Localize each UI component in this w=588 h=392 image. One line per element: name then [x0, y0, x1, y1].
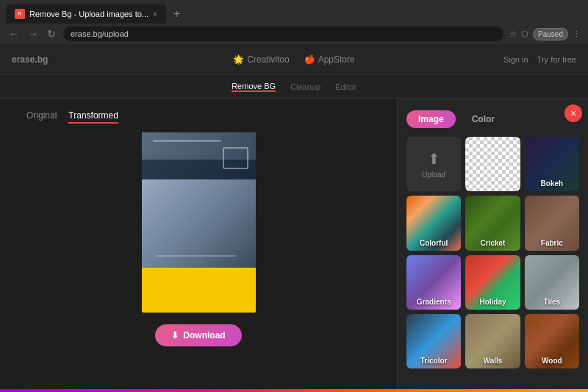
wood-label: Wood: [525, 357, 579, 365]
signin-link[interactable]: Sign in: [503, 55, 528, 64]
bg-item-colorful[interactable]: Colorful: [406, 196, 461, 250]
address-input[interactable]: [63, 26, 503, 41]
bg-colorful-preview: Colorful: [406, 196, 461, 250]
bg-item-bokeh[interactable]: Bokeh: [525, 137, 579, 191]
cricket-label: Cricket: [465, 239, 520, 247]
image-tabs: Original Transformed: [12, 110, 118, 124]
forward-button[interactable]: →: [26, 26, 40, 41]
app-container: erase.bg 🌟 Creativitoo 🍎 AppStore Sign i…: [0, 44, 588, 392]
new-tab-button[interactable]: +: [169, 6, 184, 22]
app-logo: erase.bg: [12, 54, 48, 65]
bg-item-holiday[interactable]: Holiday: [465, 255, 520, 310]
paused-badge: Paused: [533, 28, 568, 40]
bg-tab-color[interactable]: Color: [460, 110, 506, 128]
download-icon: ⬇: [171, 330, 179, 341]
bg-tiles-preview: Tiles: [525, 255, 579, 310]
try-free-btn[interactable]: Try for free: [537, 55, 576, 64]
nav-creativitoo[interactable]: 🌟 Creativitoo: [233, 54, 289, 65]
download-button[interactable]: ⬇ Download: [155, 324, 241, 346]
bg-wood-preview: Wood: [525, 314, 579, 368]
bg-tab-image[interactable]: Image: [406, 110, 456, 128]
subnav-cleanup[interactable]: Cleanup: [290, 82, 320, 91]
tab-transformed[interactable]: Transformed: [68, 110, 118, 124]
bg-walls-preview: Walls: [465, 314, 520, 368]
tab-original[interactable]: Original: [26, 110, 57, 124]
bg-upload-item[interactable]: ⬆ Upload: [406, 137, 461, 191]
bg-item-transparent[interactable]: [465, 137, 520, 191]
bg-item-wood[interactable]: Wood: [525, 314, 579, 368]
fabric-label: Fabric: [525, 239, 579, 247]
address-icons: ☆ ⬡ Paused ⋮: [509, 28, 581, 40]
colorful-label: Colorful: [406, 239, 461, 247]
bg-cricket-preview: Cricket: [465, 196, 520, 250]
nav-right: Sign in Try for free: [503, 55, 576, 64]
right-panel: × Image Color ⬆ Upload Bokeh: [397, 99, 588, 392]
extension-icon[interactable]: ⬡: [521, 29, 528, 39]
left-panel: Original Transformed ⬇ Download: [0, 99, 397, 392]
jeans-image: [142, 132, 256, 268]
bg-item-fabric[interactable]: Fabric: [525, 196, 579, 250]
background-grid: ⬆ Upload Bokeh Colorful: [406, 137, 579, 368]
walls-label: Walls: [465, 357, 520, 365]
bg-item-tiles[interactable]: Tiles: [525, 255, 579, 310]
bg-tricolor-preview: Tricolor: [406, 314, 461, 368]
menu-icon[interactable]: ⋮: [573, 29, 581, 39]
bg-holiday-preview: Holiday: [465, 255, 520, 310]
subnav-remove-bg[interactable]: Remove BG: [232, 82, 276, 92]
star-icon[interactable]: ☆: [509, 29, 517, 39]
back-button[interactable]: ←: [7, 26, 21, 41]
tiles-label: Tiles: [525, 298, 579, 306]
tab-bar: R Remove Bg - Upload images to... × +: [0, 0, 588, 24]
image-preview: [142, 132, 256, 313]
active-tab[interactable]: R Remove Bg - Upload images to... ×: [6, 4, 166, 24]
bg-item-cricket[interactable]: Cricket: [465, 196, 520, 250]
close-button[interactable]: ×: [564, 104, 582, 122]
app-subnav: Remove BG Cleanup Editor: [0, 75, 588, 99]
jeans-detail-1: [153, 140, 221, 142]
nav-appstore[interactable]: 🍎 AppStore: [304, 54, 355, 65]
content-area: Original Transformed ⬇ Download ×: [0, 99, 588, 392]
bg-type-tabs: Image Color: [406, 110, 579, 128]
subnav-editor[interactable]: Editor: [335, 82, 356, 91]
bg-item-tricolor[interactable]: Tricolor: [406, 314, 461, 368]
jeans-pocket: [223, 147, 248, 169]
tab-title: Remove Bg - Upload images to...: [29, 10, 148, 18]
tab-close-btn[interactable]: ×: [153, 10, 157, 18]
bg-gradients-preview: Gradients: [406, 255, 461, 310]
bg-bokeh-preview: Bokeh: [525, 137, 579, 191]
refresh-button[interactable]: ↻: [46, 26, 57, 41]
address-bar: ← → ↻ ☆ ⬡ Paused ⋮: [0, 24, 588, 44]
bg-fabric-preview: Fabric: [525, 196, 579, 250]
tab-favicon: R: [15, 9, 25, 19]
bg-item-gradients[interactable]: Gradients: [406, 255, 461, 310]
upload-label: Upload: [422, 171, 445, 179]
app-nav: erase.bg 🌟 Creativitoo 🍎 AppStore Sign i…: [0, 44, 588, 75]
gradients-label: Gradients: [406, 298, 461, 306]
bg-transparent-preview: [465, 137, 520, 191]
bokeh-label: Bokeh: [525, 179, 579, 188]
tricolor-label: Tricolor: [406, 357, 461, 365]
jeans-stitch: [157, 255, 237, 257]
browser-chrome: R Remove Bg - Upload images to... × + ← …: [0, 0, 588, 44]
nav-center: 🌟 Creativitoo 🍎 AppStore: [233, 54, 354, 65]
holiday-label: Holiday: [465, 298, 520, 306]
bottom-gradient-bar: [0, 389, 588, 392]
upload-icon: ⬆: [428, 150, 440, 168]
bg-item-walls[interactable]: Walls: [465, 314, 520, 368]
